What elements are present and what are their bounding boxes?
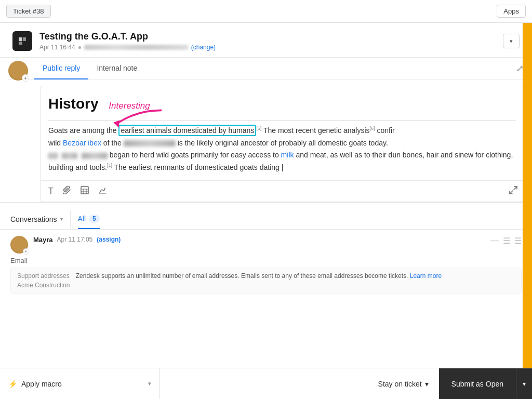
footnote-1: [1] (107, 163, 112, 168)
submit-dropdown-button[interactable]: ▾ (516, 368, 532, 400)
email-action-1: — (490, 236, 499, 245)
email-action-3[interactable]: ☰ (514, 236, 522, 246)
support-label: Support addresses (17, 272, 70, 280)
footnote-5: [5] (256, 126, 261, 131)
ticket-assignee-blur (84, 45, 188, 50)
meta-separator (78, 46, 81, 49)
sidebar-strip[interactable] (523, 23, 532, 368)
ticket-logo-icon (12, 31, 32, 51)
support-row-1: Support addresses Zendesk supports an un… (17, 272, 515, 280)
conversations-header: Conversations ▾ All 5 (0, 203, 532, 230)
blurred-text-2 (48, 153, 58, 159)
tab-public-reply[interactable]: Public reply (34, 58, 88, 79)
bezoar-link[interactable]: Bezoar ibex (63, 139, 101, 147)
para3-tail: The earliest remnants of domesticated go… (114, 163, 280, 171)
toolbar-left: T (46, 185, 109, 197)
all-count-badge: 5 (89, 215, 100, 223)
submit-label: Submit as (451, 380, 484, 388)
blurred-text-1 (124, 140, 176, 147)
apps-button[interactable]: Apps (497, 5, 526, 18)
editor-body[interactable]: History Interesting Goats (41, 86, 523, 180)
avatar-spacer (8, 86, 34, 202)
tab-internal-note[interactable]: Internal note (88, 58, 145, 79)
conversations-tab[interactable]: Conversations ▾ (10, 210, 71, 229)
reply-area: + Public reply Internal note ⤢ History I… (0, 58, 532, 202)
expand-editor-button[interactable] (509, 185, 518, 197)
table-button[interactable] (78, 185, 91, 197)
attachment-button[interactable] (61, 185, 73, 197)
macro-label: Apply macro (21, 380, 62, 388)
add-recipient-icon[interactable]: + (22, 74, 29, 82)
email-item-header: + Mayra Apr 11 17:05 (assign) — ☰ ☰ (10, 236, 522, 254)
ticket-meta: Apr 11 16:44 (change) (39, 44, 216, 51)
right-actions: Stay on ticket ▾ Submit as Open ▾ (368, 368, 532, 400)
text-cursor (282, 164, 283, 171)
apply-macro-button[interactable]: ⚡ Apply macro ▾ (0, 368, 160, 400)
ticket-header: Testing the G.O.A.T. App Apr 11 16:44 (c… (0, 23, 532, 58)
email-type-label: Email (10, 257, 522, 264)
macro-icon: ⚡ (8, 380, 17, 388)
para3-start: began to herd wild goats primarily for e… (110, 151, 281, 159)
footnote-6: [6] (370, 126, 375, 131)
blurred-text-4 (82, 153, 108, 159)
para1-start: Goats are among the (48, 126, 118, 135)
milk-link[interactable]: milk (281, 151, 294, 159)
stay-label: Stay on ticket (378, 380, 422, 388)
ticket-date: Apr 11 16:44 (39, 44, 75, 51)
arrow-annotation (111, 107, 173, 131)
acme-label: Acme Construction (17, 282, 70, 289)
learn-more-link[interactable]: Learn more (410, 272, 442, 280)
signature-button[interactable] (96, 185, 109, 197)
ticket-info: Testing the G.O.A.T. App Apr 11 16:44 (c… (39, 31, 216, 51)
history-section: History Interesting (48, 92, 516, 116)
para1-end: The most recent genetic analysis (263, 126, 370, 135)
text-format-button[interactable]: T (46, 185, 56, 197)
svg-rect-1 (81, 187, 88, 194)
conversations-label: Conversations (10, 215, 57, 223)
editor-paragraph-3: began to herd wild goats primarily for e… (48, 149, 516, 174)
acme-row: Acme Construction (17, 282, 515, 289)
stay-chevron-icon: ▾ (425, 380, 429, 388)
ticket-title: Testing the G.O.A.T. App (39, 31, 216, 42)
assign-link[interactable]: (assign) (97, 236, 121, 243)
para2-start: wild (48, 139, 63, 147)
email-conversation-item: + Mayra Apr 11 17:05 (assign) — ☰ ☰ Emai… (0, 230, 532, 300)
editor-toolbar: T (41, 180, 523, 202)
history-heading: History (48, 92, 98, 116)
email-sender-info: Mayra Apr 11 17:05 (assign) (33, 236, 485, 244)
submit-status: Open (486, 380, 503, 388)
para2-end: is the likely original ancestor of proba… (178, 139, 388, 147)
ticket-tab[interactable]: Ticket #38 (6, 5, 51, 18)
ticket-dropdown-button[interactable]: ▾ (503, 34, 520, 48)
sender-name: Mayra (33, 236, 53, 244)
user-avatar: + (8, 61, 28, 81)
editor-wrapper: History Interesting Goats (8, 79, 524, 202)
main-content: Testing the G.O.A.T. App Apr 11 16:44 (c… (0, 23, 532, 368)
all-tab[interactable]: All 5 (78, 209, 100, 229)
editor-paragraph-2: wild Bezoar ibex of the is the likely or… (48, 137, 516, 150)
support-value: Zendesk supports an unlimited number of … (76, 272, 442, 280)
reply-editor[interactable]: History Interesting Goats (41, 86, 524, 202)
stay-on-ticket-button[interactable]: Stay on ticket ▾ (368, 368, 439, 400)
all-label: All (78, 215, 86, 223)
conversations-chevron-icon: ▾ (60, 216, 63, 222)
email-actions: — ☰ ☰ (490, 236, 522, 246)
email-date: Apr 11 17:05 (57, 236, 93, 243)
email-sender-avatar: + (10, 236, 28, 254)
email-meta: Mayra Apr 11 17:05 (assign) (33, 236, 485, 244)
submit-button[interactable]: Submit as Open (439, 368, 516, 400)
macro-chevron-icon: ▾ (148, 380, 151, 387)
email-add-icon[interactable]: + (23, 248, 29, 255)
para2-mid: of the (103, 139, 124, 147)
top-bar: Ticket #38 Apps (0, 0, 532, 23)
ticket-header-left: Testing the G.O.A.T. App Apr 11 16:44 (c… (12, 31, 216, 51)
macro-button-inner: ⚡ Apply macro (8, 380, 144, 388)
bottom-bar: ⚡ Apply macro ▾ Stay on ticket ▾ Submit … (0, 368, 532, 399)
change-assignee-link[interactable]: (change) (191, 44, 216, 51)
email-action-2[interactable]: ☰ (503, 236, 510, 246)
conversations-section: Conversations ▾ All 5 + Mayra Apr 11 17:… (0, 202, 532, 300)
blurred-text-3 (62, 153, 77, 159)
email-support-info: Support addresses Zendesk supports an un… (10, 268, 522, 294)
